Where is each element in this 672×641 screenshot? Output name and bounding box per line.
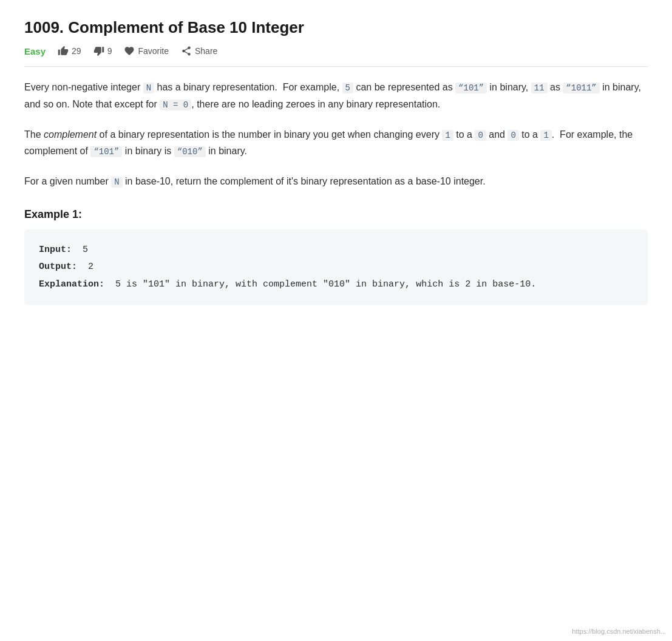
inline-code-N-eq-0: N = 0 xyxy=(160,100,191,110)
inline-code-5: 5 xyxy=(342,83,353,93)
input-value: 5 xyxy=(83,245,88,255)
difficulty-badge[interactable]: Easy xyxy=(24,46,46,56)
inline-code-11: 11 xyxy=(531,83,548,93)
inline-code-1011: “1011” xyxy=(563,83,599,93)
example1-block: Input: 5 Output: 2 Explanation: 5 is "10… xyxy=(24,229,648,306)
meta-bar: Easy 29 9 Favorite Share xyxy=(24,46,648,67)
thumbs-up-icon xyxy=(58,46,69,56)
examples-section: Example 1: Input: 5 Output: 2 Explanatio… xyxy=(24,208,648,306)
description-para3: For a given number N in base-10, return … xyxy=(24,173,648,190)
explanation-value: 5 is "101" in binary, with complement "0… xyxy=(115,279,536,290)
inline-code-101-1: “101” xyxy=(455,83,487,93)
share-icon xyxy=(181,46,192,56)
watermark: https://blog.csdn.net/xiabensh... xyxy=(572,628,666,635)
problem-title: 1009. Complement of Base 10 Integer xyxy=(24,18,648,37)
example1-output: Output: 2 xyxy=(39,259,633,276)
example1-input: Input: 5 xyxy=(39,242,633,259)
downvote-button[interactable]: 9 xyxy=(93,46,112,56)
description-para1: Every non-negative integer N has a binar… xyxy=(24,79,648,113)
explanation-label: Explanation: xyxy=(39,279,104,290)
favorite-label: Favorite xyxy=(138,46,169,56)
inline-code-1b: 1 xyxy=(540,130,551,141)
upvote-count: 29 xyxy=(72,46,81,56)
downvote-count: 9 xyxy=(107,46,112,56)
example1-title: Example 1: xyxy=(24,208,648,221)
inline-code-1a: 1 xyxy=(442,130,453,141)
complement-term: complement xyxy=(44,129,97,140)
heart-icon xyxy=(124,46,135,56)
inline-code-0b: 0 xyxy=(507,130,518,141)
output-value: 2 xyxy=(88,262,93,272)
inline-code-N1: N xyxy=(143,83,154,93)
inline-code-101-2: “101” xyxy=(90,146,122,157)
share-label: Share xyxy=(195,46,217,56)
description-para2: The complement of a binary representatio… xyxy=(24,126,648,160)
output-label: Output: xyxy=(39,262,77,272)
inline-code-010: “010” xyxy=(174,146,206,157)
example1-explanation: Explanation: 5 is "101" in binary, with … xyxy=(39,276,633,294)
inline-code-N2: N xyxy=(111,177,122,188)
share-button[interactable]: Share xyxy=(181,46,217,56)
inline-code-0a: 0 xyxy=(475,130,486,141)
thumbs-down-icon xyxy=(93,46,104,56)
favorite-button[interactable]: Favorite xyxy=(124,46,169,56)
problem-description: Every non-negative integer N has a binar… xyxy=(24,79,648,190)
upvote-button[interactable]: 29 xyxy=(58,46,81,56)
input-label: Input: xyxy=(39,245,72,255)
